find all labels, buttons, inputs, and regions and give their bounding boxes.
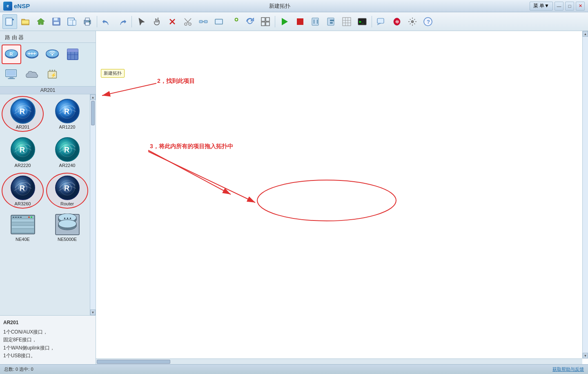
firewall-icon (65, 47, 80, 62)
svg-rect-13 (85, 22, 89, 25)
canvas-scroll-up[interactable]: ▲ (583, 31, 588, 37)
device-icon-ar201: R (10, 98, 36, 124)
chat-button[interactable] (374, 14, 389, 29)
print-button[interactable] (80, 14, 95, 29)
svg-rect-72 (7, 71, 16, 76)
device-item-ar2240[interactable]: R AR2240 (46, 134, 88, 170)
firewall-category-button[interactable] (63, 45, 82, 64)
svg-rect-28 (261, 18, 265, 21)
connector-category-button[interactable]: ⚡ (42, 65, 62, 85)
device-item-router[interactable]: R Router (46, 173, 88, 209)
left-panel: 路 由 器 R (0, 31, 96, 364)
category-title: 路 由 器 (2, 33, 27, 42)
router-category-button[interactable]: R (2, 45, 21, 64)
restore-button[interactable]: □ (565, 2, 574, 11)
wireless-category-button[interactable] (42, 45, 62, 64)
svg-rect-73 (9, 77, 13, 78)
device-icon-router: R (55, 175, 80, 200)
device-list-scrollbar[interactable]: ▲ ▼ (90, 94, 96, 315)
category-label: 路 由 器 (0, 31, 96, 43)
svg-point-50 (411, 20, 414, 23)
open-button[interactable] (18, 14, 33, 29)
device-icon-ne5000e: ● ● ● (55, 214, 80, 236)
cloud-category-button[interactable] (22, 65, 42, 85)
main-layout: 路 由 器 R (0, 31, 588, 364)
pause-button[interactable] (308, 14, 323, 29)
help-button[interactable]: ? (421, 14, 435, 29)
device-item-ar2220[interactable]: R AR2220 (2, 134, 44, 170)
pc-category-button[interactable] (2, 65, 21, 85)
menu-button[interactable]: 菜 单▼ (530, 2, 553, 11)
switch-category-button[interactable] (22, 45, 42, 64)
canvas-scroll-track (583, 37, 588, 353)
info-title: AR201 (3, 319, 92, 327)
svg-rect-8 (69, 19, 73, 21)
device-name-ar201: AR201 (16, 125, 30, 129)
undo-button[interactable] (99, 14, 114, 29)
device-item-ar3260[interactable]: R AR3260 (2, 173, 44, 209)
device-item-ne5000e[interactable]: ● ● ● NE5000E (46, 211, 88, 244)
toolbar-separator-3 (275, 16, 275, 27)
scroll-up-button[interactable]: ▲ (90, 94, 96, 100)
svg-text:R: R (64, 184, 69, 192)
settings-button[interactable] (405, 14, 420, 29)
canvas-scroll-thumb-h[interactable] (97, 360, 170, 364)
svg-text:R: R (20, 184, 25, 192)
title-bar-left: e eNSP (3, 2, 30, 11)
canvas-scrollbar-horizontal[interactable] (96, 358, 582, 364)
status-bar: 总数: 0 选中: 0 获取帮助与反馈 (0, 364, 588, 374)
svg-point-114 (31, 216, 32, 218)
canvas-scroll-down[interactable]: ▼ (583, 353, 588, 358)
start-button[interactable] (277, 14, 292, 29)
device-grid: R AR201 (2, 96, 88, 244)
svg-rect-22 (204, 20, 207, 23)
save-button[interactable] (49, 14, 64, 29)
rect-tool[interactable] (212, 14, 226, 29)
svg-text:R: R (20, 146, 25, 154)
toolbar-separator-1 (97, 16, 97, 27)
app-icon: e (3, 2, 12, 11)
device-item-ar201[interactable]: R AR201 (2, 96, 44, 132)
close-button[interactable]: ✕ (576, 2, 585, 11)
save-as-button[interactable] (65, 14, 79, 29)
device-item-ar1220[interactable]: R AR1220 (46, 96, 88, 132)
grid-button[interactable] (339, 14, 354, 29)
svg-rect-29 (266, 18, 270, 21)
device-icon-ne40e (10, 214, 36, 236)
new-topology-button[interactable] (2, 14, 17, 29)
zoom-fit-button[interactable] (258, 14, 273, 29)
svg-rect-10 (73, 20, 76, 25)
delete-tool[interactable] (165, 14, 180, 29)
refresh-button[interactable] (243, 14, 257, 29)
terminal-button[interactable]: ▶_ (355, 14, 370, 29)
device-name-ar1220: AR1220 (59, 125, 76, 129)
canvas-area[interactable]: 新建拓扑 2，找到此项目 3，将此内所有的项目拖入拓扑中 (96, 31, 588, 364)
scroll-thumb[interactable] (91, 101, 95, 125)
link-tool[interactable] (196, 14, 211, 29)
help-link[interactable]: 获取帮助与反馈 (552, 366, 584, 372)
device-item-ne40e[interactable]: NE40E (2, 211, 44, 244)
device-icon-ar3260: R (10, 175, 36, 200)
step-button[interactable] (324, 14, 339, 29)
svg-rect-5 (53, 22, 59, 24)
device-name-ar2220: AR2220 (15, 163, 31, 168)
minimize-button[interactable]: — (555, 2, 564, 11)
hand-tool[interactable] (149, 14, 164, 29)
cloud-icon (24, 67, 39, 82)
cut-tool[interactable] (180, 14, 195, 29)
svg-rect-108 (12, 226, 34, 228)
svg-rect-109 (12, 229, 34, 232)
home-button[interactable] (33, 14, 48, 29)
huawei-button[interactable]: 华 (390, 14, 404, 29)
svg-point-130 (257, 180, 396, 221)
new-topology-tooltip: 新建拓扑 (101, 69, 125, 78)
canvas-scrollbar-vertical[interactable]: ▲ ▼ (582, 31, 588, 358)
add-image-button[interactable] (227, 14, 242, 29)
svg-point-115 (28, 216, 30, 218)
pointer-tool[interactable] (134, 14, 149, 29)
svg-rect-33 (297, 18, 303, 25)
stop-button[interactable] (293, 14, 307, 29)
scroll-down-button[interactable]: ▼ (90, 309, 96, 315)
redo-button[interactable] (115, 14, 129, 29)
svg-point-56 (12, 51, 15, 53)
